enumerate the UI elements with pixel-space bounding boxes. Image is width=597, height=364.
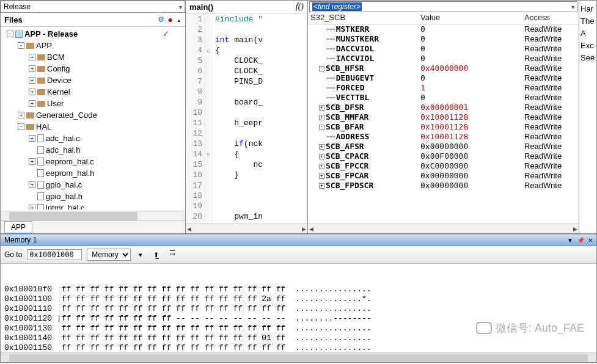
tree-item[interactable]: +lptmr_hal.c [1, 202, 185, 209]
expand-icon[interactable]: + [319, 164, 324, 169]
register-row[interactable]: ⋯⋯MSTKERR0ReadWrite [308, 24, 579, 34]
tree-item[interactable]: gpio_hal.h [1, 191, 185, 202]
register-row[interactable]: ⋯⋯VECTTBL0ReadWrite [308, 93, 579, 103]
register-row[interactable]: ⋯⋯DACCVIOL0ReadWrite [308, 44, 579, 54]
tree-item[interactable]: eeprom_hal.h [1, 167, 185, 179]
file-c-icon [37, 134, 44, 142]
register-value: 0 [420, 73, 524, 83]
expand-icon[interactable]: + [319, 183, 324, 189]
expand-icon[interactable]: + [29, 135, 35, 142]
editor-hscroll[interactable]: ◀▶ [186, 224, 307, 233]
register-row[interactable]: ⋯⋯FORCED1ReadWrite [308, 83, 579, 93]
memory-line: 0x10001110 ff ff ff ff ff ff ff ff ff ff… [4, 304, 593, 314]
record-icon[interactable]: ● [168, 15, 173, 24]
register-row[interactable]: ⋯⋯DEBUGEVT0ReadWrite [308, 73, 579, 83]
register-row[interactable]: ⋯⋯IACCVIOL0ReadWrite [308, 54, 579, 64]
register-row[interactable]: +SCB_CPACR0x00F00000ReadWrite [308, 151, 579, 161]
expand-icon[interactable]: + [319, 154, 324, 159]
register-name: FORCED [336, 83, 365, 93]
address-input[interactable] [27, 249, 82, 260]
memory-toolbar: Go to Memory ▾ ⬆̲ ⁿⁿ [1, 246, 596, 264]
expand-icon[interactable]: + [29, 89, 35, 95]
register-hscroll[interactable]: ◀▶ [308, 224, 579, 233]
collapse-icon[interactable] [177, 15, 181, 24]
expand-icon[interactable]: + [319, 105, 324, 111]
tree-label: User [47, 98, 64, 109]
register-name: DEBUGEVT [336, 73, 375, 83]
tree-item[interactable]: +Config [1, 63, 185, 75]
tree-label: APP - Release [24, 29, 78, 39]
expand-icon[interactable]: + [319, 144, 324, 150]
register-row[interactable]: -SCB_HFSR0x40000000ReadWrite [308, 64, 579, 73]
register-row[interactable]: ⋯⋯MUNSTKERR0ReadWrite [308, 34, 579, 44]
expand-icon[interactable]: + [29, 158, 35, 165]
tree-item[interactable]: -APP [1, 40, 185, 51]
expand-icon[interactable]: - [319, 125, 324, 130]
expand-icon[interactable]: + [319, 173, 324, 179]
wave-icon[interactable]: ⁿⁿ [167, 249, 178, 260]
expand-icon[interactable]: - [319, 66, 324, 71]
register-access: ReadWrite [524, 54, 576, 64]
register-row[interactable]: +SCB_MMFAR0x10001128ReadWrite [308, 112, 579, 122]
tree-item[interactable]: +User [1, 98, 185, 109]
register-row[interactable]: -SCB_BFAR0x10001128ReadWrite [308, 122, 579, 132]
tree-item[interactable]: -APP - Release✓ [1, 28, 185, 40]
register-value: 0x00F00000 [420, 151, 524, 161]
chevron-down-icon [571, 2, 574, 11]
tree-item[interactable]: +adc_hal.c [1, 133, 185, 144]
register-row[interactable]: ⋯⋯ADDRESS0x10001128ReadWrite [308, 132, 579, 142]
register-value: 0 [420, 34, 524, 44]
line-numbers: 1234567891011121314151617181920 [186, 13, 205, 224]
register-access: ReadWrite [524, 171, 576, 181]
memory-mode-select[interactable]: Memory [87, 249, 131, 261]
dots-icon: ⋯⋯ [326, 24, 335, 34]
expand-icon[interactable]: + [319, 115, 324, 120]
register-row[interactable]: +SCB_FPCCR0xC0000000ReadWrite [308, 161, 579, 171]
fx-icon[interactable]: f() [296, 2, 304, 12]
expand-icon[interactable]: + [29, 100, 35, 107]
tree-item[interactable]: -HAL [1, 121, 185, 133]
expand-icon[interactable]: + [29, 77, 35, 84]
expand-icon[interactable]: - [18, 42, 24, 49]
expand-icon[interactable]: + [29, 54, 35, 60]
gear-icon[interactable]: ⚙ [158, 15, 164, 24]
code-area[interactable]: 1234567891011121314151617181920 ⊟⊟ #incl… [186, 13, 307, 224]
register-row[interactable]: +SCB_FPCAR0x00000000ReadWrite [308, 171, 579, 181]
expand-icon[interactable]: - [7, 31, 13, 37]
tree-item[interactable]: +BCM [1, 51, 185, 63]
tree-item[interactable]: +gpio_hal.c [1, 179, 185, 191]
expand-icon[interactable]: - [18, 123, 24, 130]
tree-label: Device [47, 75, 71, 86]
step-icon[interactable]: ⬆̲ [150, 249, 162, 261]
close-icon[interactable]: ✕ [588, 237, 593, 244]
memory-title-bar: Memory 1 ▼ 📌 ✕ [1, 235, 596, 246]
expand-icon[interactable]: + [29, 205, 35, 209]
check-icon: ✓ [163, 29, 169, 39]
code-text[interactable]: #include "int main(v{ CLOCK_ CLOCK_ PINS… [213, 13, 307, 224]
tree-item[interactable]: +Kernel [1, 86, 185, 98]
expand-icon[interactable]: + [18, 112, 24, 118]
memory-hscroll[interactable] [1, 352, 596, 362]
prev-icon[interactable]: ▾ [136, 249, 145, 261]
tree-item[interactable]: +Generated_Code [1, 109, 185, 121]
register-row[interactable]: +SCB_AFSR0x00000000ReadWrite [308, 142, 579, 151]
memory-line: 0x10001150 ff ff ff ff ff ff ff ff ff ff… [4, 343, 593, 352]
memory-dump[interactable]: 0x100010f0 ff ff ff ff ff ff ff ff ff ff… [1, 264, 596, 352]
expand-icon[interactable]: + [29, 65, 35, 72]
register-row[interactable]: +SCB_FPDSCR0x00000000ReadWrite [308, 181, 579, 191]
register-name: SCB_CPACR [326, 151, 368, 161]
register-row[interactable]: +SCB_DFSR0x00000001ReadWrite [308, 103, 579, 112]
pin-icon[interactable]: 📌 [577, 237, 584, 244]
find-register-input[interactable]: <find register> [309, 1, 577, 12]
build-config-dropdown[interactable]: Release [1, 1, 185, 13]
files-hscroll[interactable] [1, 211, 185, 220]
tab-app[interactable]: APP [4, 221, 32, 234]
dropdown-icon[interactable]: ▼ [567, 237, 573, 244]
project-icon [15, 31, 23, 38]
tree-item[interactable]: adc_hal.h [1, 144, 185, 156]
fold-column[interactable]: ⊟⊟ [205, 13, 213, 224]
tree-item[interactable]: +eeprom_hal.c [1, 156, 185, 167]
tree-item[interactable]: +Device [1, 75, 185, 86]
expand-icon[interactable]: + [29, 181, 35, 188]
col-access: Access [524, 13, 576, 23]
